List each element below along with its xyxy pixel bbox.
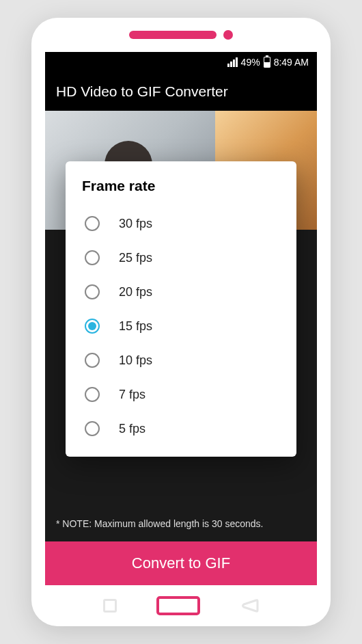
radio-option[interactable]: 15 fps xyxy=(82,309,280,343)
radio-label: 10 fps xyxy=(119,353,152,368)
dialog-title: Frame rate xyxy=(82,178,280,194)
screen: 49% 8:49 AM HD Video to GIF Converter * … xyxy=(45,52,317,585)
battery-percentage: 49% xyxy=(241,57,260,68)
back-icon xyxy=(240,599,259,613)
radio-icon xyxy=(85,421,100,436)
radio-icon xyxy=(85,353,100,368)
radio-option[interactable]: 25 fps xyxy=(82,241,280,275)
radio-icon xyxy=(85,216,100,231)
radio-label: 25 fps xyxy=(119,251,152,265)
home-icon xyxy=(156,596,200,615)
radio-icon xyxy=(85,250,100,265)
nav-back-button[interactable] xyxy=(240,599,259,613)
radio-icon xyxy=(85,319,100,334)
radio-label: 20 fps xyxy=(119,285,152,299)
radio-label: 5 fps xyxy=(119,422,145,436)
phone-camera xyxy=(223,30,233,40)
phone-speaker xyxy=(129,31,217,39)
radio-label: 7 fps xyxy=(119,388,145,402)
phone-top xyxy=(31,18,331,52)
app-header: HD Video to GIF Converter xyxy=(45,72,317,111)
nav-home-button[interactable] xyxy=(156,596,200,615)
note-text: * NOTE: Maximum allowed length is 30 sec… xyxy=(56,518,306,529)
frame-rate-dialog: Frame rate 30 fps25 fps20 fps15 fps10 fp… xyxy=(66,161,296,457)
recent-icon xyxy=(103,599,117,613)
battery-icon xyxy=(264,57,270,68)
radio-label: 15 fps xyxy=(119,319,152,334)
radio-option[interactable]: 20 fps xyxy=(82,275,280,309)
radio-option[interactable]: 5 fps xyxy=(82,412,280,446)
nav-recent-button[interactable] xyxy=(103,599,117,613)
phone-frame: 49% 8:49 AM HD Video to GIF Converter * … xyxy=(31,18,331,626)
phone-nav-bar xyxy=(31,585,331,626)
radio-icon xyxy=(85,284,100,299)
signal-icon xyxy=(227,57,238,67)
radio-list: 30 fps25 fps20 fps15 fps10 fps7 fps5 fps xyxy=(82,206,280,446)
radio-icon xyxy=(85,387,100,402)
radio-option[interactable]: 30 fps xyxy=(82,206,280,241)
app-title: HD Video to GIF Converter xyxy=(56,83,228,100)
status-time: 8:49 AM xyxy=(274,57,309,68)
radio-option[interactable]: 10 fps xyxy=(82,343,280,377)
radio-option[interactable]: 7 fps xyxy=(82,377,280,412)
convert-button[interactable]: Convert to GIF xyxy=(45,541,317,585)
radio-label: 30 fps xyxy=(119,217,152,231)
status-bar: 49% 8:49 AM xyxy=(45,52,317,72)
